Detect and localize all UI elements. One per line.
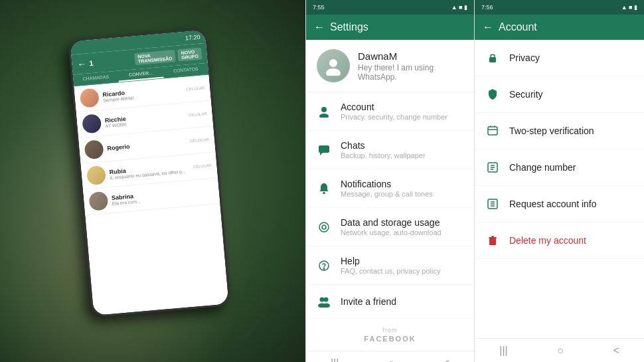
chat-info-rogerio: Rogerio [107, 138, 186, 151]
account-menu-privacy[interactable]: Privacy [475, 40, 644, 76]
notifications-menu-text: Notifications Message, group & call tone… [341, 179, 463, 198]
account-status-bar: 7:56 ▲ ■ ▮ [475, 0, 644, 15]
help-icon [317, 258, 331, 273]
phone-header-title: 1 [89, 56, 132, 68]
account-nav-back-button[interactable]: < [613, 345, 619, 357]
svg-rect-4 [319, 145, 329, 153]
settings-menu-invite[interactable]: Invite a friend [306, 285, 474, 319]
nav-home-button[interactable]: ||| [331, 357, 339, 363]
settings-menu-help[interactable]: Help FAQ, contact us, privacy policy [306, 246, 474, 285]
account-label: Account [341, 102, 463, 112]
chats-label: Chats [341, 140, 463, 151]
chat-info-rubia: Rubia é, enquanto eu passava, eu olhei p… [109, 161, 189, 179]
chats-icon [317, 143, 331, 157]
delete-icon [485, 233, 500, 248]
svg-marker-5 [320, 153, 323, 155]
settings-profile-info: DawnaM Hey there! I am using WhatsApp. [358, 50, 463, 82]
footer-brand: FACEBOOK [314, 335, 466, 343]
settings-header: ← Settings [306, 15, 474, 40]
account-menu-security[interactable]: Security [475, 76, 644, 113]
settings-status-bar: 7:55 ▲ ■ ▮ [306, 0, 474, 15]
account-signal-icons: ▲ ■ ▮ [621, 4, 637, 11]
chat-list: Ricardo Sempre Alerta! CELULAR Ricchie A… [74, 75, 220, 216]
svg-rect-28 [489, 238, 496, 245]
chat-type-rogerio: CELOCAR [190, 137, 209, 143]
footer-from: from [314, 327, 466, 333]
settings-menu-notifications[interactable]: Notifications Message, group & call tone… [306, 169, 474, 208]
chat-info-ricchie: Ricchie AT WORK [104, 110, 185, 128]
account-menu-two-step[interactable]: Two-step verification [475, 113, 644, 149]
chat-meta-ricardo: CELULAR [186, 86, 204, 91]
settings-title: Settings [330, 21, 368, 33]
account-menu-request-info[interactable]: Request account info [475, 186, 644, 223]
notifications-label: Notifications [341, 179, 463, 189]
two-step-icon [485, 124, 500, 138]
avatar-rubia [86, 165, 106, 185]
chats-menu-text: Chats Backup, history, wallpaper [341, 140, 463, 159]
chat-name-rogerio: Rogerio [107, 138, 186, 151]
help-menu-text: Help FAQ, contact us, privacy policy [341, 256, 463, 275]
two-step-label: Two-step verification [509, 126, 594, 136]
change-number-icon [485, 160, 500, 175]
account-back-button[interactable]: ← [483, 21, 493, 33]
settings-profile-status: Hey there! I am using WhatsApp. [358, 63, 463, 82]
notifications-icon [317, 181, 331, 196]
settings-menu-data[interactable]: Data and storage usage Network usage, au… [306, 208, 474, 246]
photo-section: 17:20 ← 1 NOVA TRANSMISSÃO NOVO GRUPO CH… [0, 0, 305, 362]
security-label: Security [509, 89, 543, 100]
settings-back-button[interactable]: ← [314, 21, 325, 33]
settings-screen: 7:55 ▲ ■ ▮ ← Settings DawnaM Hey there! … [305, 0, 475, 362]
invite-icon [317, 294, 331, 309]
avatar-rogerio [84, 139, 104, 159]
svg-point-11 [320, 298, 325, 302]
phone-time: 17:20 [185, 34, 201, 42]
data-sublabel: Network usage, auto-download [341, 228, 463, 236]
nav-circle-button[interactable]: ○ [388, 357, 394, 363]
account-nav-home-button[interactable]: ||| [499, 345, 507, 357]
help-sublabel: FAQ, contact us, privacy policy [341, 267, 463, 275]
data-menu-text: Data and storage usage Network usage, au… [341, 217, 463, 236]
chat-type-ricchie: CELULAR [189, 112, 207, 117]
account-nav-circle-button[interactable]: ○ [557, 345, 564, 357]
chat-info-ricardo: Ricardo Sempre Alerta! [102, 84, 183, 102]
settings-menu-account[interactable]: Account Privacy, security, change number [306, 92, 474, 131]
security-icon [485, 87, 500, 102]
avatar-ricchie [82, 114, 102, 134]
notifications-sublabel: Message, group & call tones [341, 190, 463, 198]
account-header: ← Account [475, 15, 644, 40]
privacy-icon [485, 50, 500, 65]
account-nav-bar: ||| ○ < [475, 338, 644, 362]
settings-nav-bar: ||| ○ < [306, 351, 474, 362]
chat-meta-rubia: CELULAR [193, 163, 212, 169]
svg-point-10 [323, 268, 324, 268]
data-icon [317, 220, 331, 234]
svg-point-6 [323, 192, 325, 194]
svg-point-12 [324, 298, 329, 302]
settings-time: 7:55 [313, 4, 325, 11]
request-info-label: Request account info [509, 199, 597, 209]
settings-avatar [317, 49, 350, 82]
nova-transmissao-btn[interactable]: NOVA TRANSMISSÃO [134, 50, 176, 65]
avatar-sabrina [88, 191, 108, 211]
svg-point-8 [322, 225, 326, 229]
account-menu-delete[interactable]: Delete my account [475, 223, 644, 259]
avatar-ricardo [80, 88, 100, 108]
svg-point-1 [326, 68, 341, 76]
account-sublabel: Privacy, security, change number [341, 113, 463, 121]
svg-point-3 [319, 114, 329, 118]
settings-profile[interactable]: DawnaM Hey there! I am using WhatsApp. [306, 40, 474, 92]
account-screen: 7:56 ▲ ■ ▮ ← Account Privacy Security [475, 0, 644, 362]
svg-rect-15 [489, 57, 496, 62]
account-time: 7:56 [481, 4, 493, 11]
account-menu-change-number[interactable]: Change number [475, 149, 644, 186]
nav-back-button[interactable]: < [443, 357, 449, 363]
settings-signal-icons: ▲ ■ ▮ [451, 4, 467, 11]
invite-menu-text: Invite a friend [341, 296, 463, 307]
change-number-label: Change number [509, 162, 576, 173]
svg-rect-29 [489, 237, 497, 238]
novo-grupo-btn[interactable]: NOVO GRUPO [177, 47, 202, 61]
phone-in-hand: 17:20 ← 1 NOVA TRANSMISSÃO NOVO GRUPO CH… [68, 28, 231, 318]
request-info-icon [485, 197, 500, 211]
chats-sublabel: Backup, history, wallpaper [341, 151, 463, 159]
settings-menu-chats[interactable]: Chats Backup, history, wallpaper [306, 131, 474, 169]
